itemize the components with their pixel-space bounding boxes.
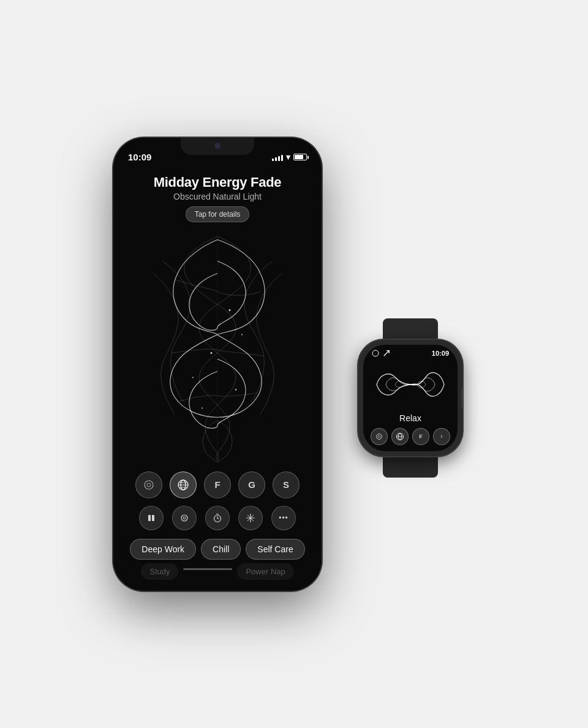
battery-icon [293, 154, 307, 160]
self-care-pill[interactable]: Self Care [246, 539, 304, 560]
svg-point-6 [192, 377, 194, 378]
iphone-title-area: Midday Energy Fade Obscured Natural Ligh… [113, 174, 322, 222]
watch-band-bottom [383, 453, 438, 478]
watch-viz-area [363, 357, 458, 413]
study-pill[interactable]: Study [141, 563, 178, 580]
iphone-status-icons: ▾ [272, 152, 307, 162]
svg-point-7 [145, 481, 153, 489]
scroll-indicator [183, 568, 232, 570]
globe-icon [176, 478, 190, 492]
svg-point-28 [377, 433, 382, 439]
iphone-notch [181, 138, 254, 155]
f-label: F [214, 479, 220, 490]
svg-rect-14 [148, 515, 151, 521]
svg-point-2 [211, 352, 213, 354]
globe-icon-button[interactable] [170, 471, 197, 498]
watch-band-top [383, 318, 438, 343]
watch-more-icon: › [440, 433, 442, 440]
more-button[interactable]: ••• [271, 506, 296, 530]
airplay-icon [179, 513, 189, 523]
watch-status-bar: 10:09 [363, 345, 458, 357]
watch-circle-icon [375, 433, 383, 440]
watch-globe-icon[interactable] [391, 428, 409, 445]
mode-pills-row2: Study Power Nap [123, 563, 312, 585]
iphone-subtitle: Obscured Natural Light [113, 192, 322, 201]
s-icon-button[interactable]: S [273, 471, 300, 498]
f-icon-button[interactable]: F [204, 471, 231, 498]
iphone-time: 10:09 [128, 152, 151, 162]
g-label: G [248, 479, 255, 490]
airplay-button[interactable] [172, 506, 197, 530]
wifi-icon: ▾ [286, 152, 290, 162]
watch-globe-svg [396, 432, 404, 441]
iphone-screen: 10:09 ▾ Midday Energy Fade [113, 138, 322, 591]
svg-point-16 [181, 515, 187, 521]
iphone-main-title: Midday Energy Fade [113, 174, 322, 190]
timer-button[interactable] [205, 506, 230, 530]
svg-point-8 [147, 483, 151, 487]
g-icon-button[interactable]: G [238, 471, 265, 498]
watch-body: 10:09 Relax [358, 340, 462, 456]
iphone-controls: F G S [113, 471, 322, 591]
watch-activity-icon [372, 350, 379, 357]
iphone-viz-area [113, 222, 322, 471]
mode-pills-row1: Deep Work Chill Self Care [123, 539, 312, 560]
svg-point-3 [235, 389, 236, 390]
signal-icon [272, 154, 283, 161]
watch-time: 10:09 [432, 350, 449, 357]
watch-screen: 10:09 Relax [363, 345, 458, 451]
location-icon [143, 479, 155, 491]
iphone-visualization [113, 222, 322, 471]
iphone-camera [214, 143, 221, 149]
watch-visualization [371, 368, 450, 402]
svg-point-17 [183, 517, 186, 519]
tap-details-button[interactable]: Tap for details [186, 206, 250, 222]
s-label: S [283, 479, 289, 490]
watch-f-icon[interactable]: F [412, 428, 429, 445]
svg-point-4 [202, 407, 203, 408]
more-icon: ••• [279, 514, 288, 522]
pause-button[interactable] [139, 506, 164, 530]
watch-crown [461, 387, 462, 408]
watch-f-label: F [419, 433, 423, 440]
watch-location-icon[interactable] [371, 428, 388, 445]
watch-chevron-right[interactable]: › [433, 428, 450, 445]
chill-pill[interactable]: Chill [201, 539, 241, 560]
apple-watch-device: 10:09 Relax [346, 318, 475, 471]
sparkle-button[interactable] [238, 506, 263, 530]
scene: 10:09 ▾ Midday Energy Fade [113, 138, 475, 591]
watch-mode-label: Relax [363, 413, 458, 426]
svg-point-1 [229, 309, 231, 311]
pause-icon [147, 514, 156, 522]
iphone-transport-row: ••• [123, 506, 312, 530]
svg-rect-15 [152, 515, 154, 521]
watch-icon-row: F › [363, 426, 458, 451]
svg-point-29 [378, 435, 380, 438]
svg-point-5 [241, 334, 243, 335]
iphone-icon-row: F G S [123, 471, 312, 498]
sparkle-icon [246, 513, 255, 523]
timer-icon [213, 513, 222, 523]
svg-point-26 [372, 350, 379, 356]
deep-work-pill[interactable]: Deep Work [130, 539, 196, 560]
location-icon-button[interactable] [135, 471, 162, 498]
iphone-device: 10:09 ▾ Midday Energy Fade [113, 138, 322, 591]
svg-line-27 [384, 350, 390, 356]
power-nap-pill[interactable]: Power Nap [237, 563, 293, 580]
watch-arrow-icon [383, 350, 390, 357]
